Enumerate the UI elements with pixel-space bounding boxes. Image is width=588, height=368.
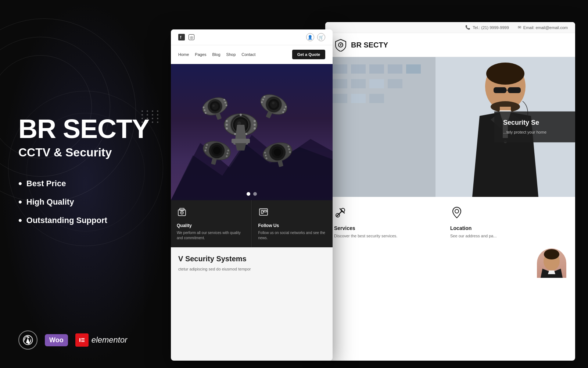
svg-rect-4 [81, 341, 85, 342]
svg-rect-95 [333, 94, 347, 103]
card-quality-title: Quality [177, 223, 245, 228]
nav-links: Home Pages Blog Shop Contact [178, 52, 255, 57]
svg-rect-75 [180, 208, 184, 210]
feature-item-3: Outstanding Support [18, 215, 153, 226]
svg-rect-93 [369, 79, 384, 88]
phone-info: 📞 Tel.: (21) 9999-9999 [465, 25, 509, 30]
nav-shop[interactable]: Shop [226, 52, 236, 57]
svg-rect-97 [369, 94, 384, 103]
preview-card-follow: Follow Us Follow us on social networks a… [252, 200, 333, 247]
nav-blog[interactable]: Blog [212, 52, 220, 57]
services-icon [334, 206, 444, 222]
email-text: Email: email@email.com [523, 25, 568, 30]
service-card-location: Location See our address and pa... [450, 206, 566, 245]
svg-rect-88 [369, 64, 384, 74]
svg-text:f: f [180, 35, 182, 39]
svg-rect-85 [325, 57, 435, 197]
svg-rect-80 [264, 210, 267, 212]
email-icon: ✉ [518, 25, 521, 30]
preview-cards: Quality We perform all our services with… [171, 200, 333, 247]
left-panel: BR SECTY CCTV & Security Best Price High… [0, 0, 171, 368]
right-topbar: 📞 Tel.: (21) 9999-9999 ✉ Email: email@em… [325, 22, 575, 33]
elementor-logo: elementor [75, 333, 128, 347]
section-text: ctetur adipiscing sed do eiusmod tempor [178, 266, 325, 272]
preview-bottom: V Security Systems ctetur adipiscing sed… [171, 247, 333, 280]
dots-decoration [141, 110, 160, 123]
services-desc: Discover the best security services. [334, 233, 444, 239]
svg-point-77 [182, 212, 183, 213]
service-card-services: Services Discover the best security serv… [334, 206, 450, 245]
svg-point-12 [237, 121, 241, 125]
website-preview-left: f ◎ 👤 🛒 Home Pages Blog Shop Contact [171, 29, 333, 361]
svg-rect-86 [333, 64, 347, 74]
svg-rect-102 [508, 87, 521, 93]
right-hero: Security Se ...tely protect your home [325, 57, 575, 197]
right-bottom [325, 245, 575, 282]
preview-nav: Home Pages Blog Shop Contact Get a Quote [171, 45, 333, 64]
preview-card-quality: Quality We perform all our services with… [171, 200, 252, 247]
slide-dots [247, 192, 257, 196]
preview-topbar: f ◎ 👤 🛒 [171, 29, 333, 45]
svg-rect-79 [261, 210, 263, 213]
nav-home[interactable]: Home [178, 52, 189, 57]
dot-2[interactable] [253, 192, 257, 196]
elementor-text: elementor [92, 335, 128, 345]
facebook-icon[interactable]: f [178, 34, 185, 40]
cctv-cameras-svg [189, 84, 314, 180]
right-service-cards: Services Discover the best security serv… [325, 197, 575, 245]
svg-rect-2 [81, 338, 85, 339]
svg-rect-3 [81, 340, 85, 340]
instagram-icon[interactable]: ◎ [189, 34, 194, 40]
right-nav: BR SECTY [325, 33, 575, 57]
right-area: f ◎ 👤 🛒 Home Pages Blog Shop Contact [171, 0, 588, 368]
svg-rect-101 [494, 87, 506, 93]
preview-hero [171, 64, 333, 200]
svg-point-13 [254, 120, 256, 122]
user-icon[interactable]: 👤 [306, 33, 314, 41]
svg-point-113 [455, 209, 459, 213]
location-desc: See our address and pa... [450, 233, 560, 239]
svg-point-15 [254, 127, 256, 130]
services-title: Services [334, 225, 444, 231]
right-hero-overlay: Security Se ...tely protect your home [494, 112, 575, 142]
svg-point-115 [544, 249, 559, 259]
brand-name-right: BR SECTY [351, 41, 388, 49]
svg-rect-72 [232, 139, 250, 143]
svg-point-100 [486, 63, 524, 85]
svg-rect-96 [351, 94, 366, 103]
svg-marker-116 [548, 270, 555, 274]
location-icon [450, 206, 560, 222]
svg-rect-91 [333, 79, 347, 88]
svg-rect-59 [211, 158, 217, 165]
user-cart: 👤 🛒 [306, 33, 325, 41]
follow-icon [258, 207, 327, 219]
svg-point-17 [226, 124, 228, 126]
nav-pages[interactable]: Pages [195, 52, 206, 57]
svg-rect-70 [277, 160, 283, 167]
brand-logo-right: BR SECTY [334, 38, 388, 52]
quality-icon [177, 207, 245, 219]
svg-point-16 [226, 120, 228, 122]
nav-contact[interactable]: Contact [241, 52, 255, 57]
phone-text: Tel.: (21) 9999-9999 [473, 25, 509, 30]
card-quality-desc: We perform all our services with quality… [177, 230, 245, 241]
nav-cta-button[interactable]: Get a Quote [292, 50, 325, 59]
elementor-icon [75, 333, 89, 347]
social-icons: f ◎ [178, 34, 194, 40]
shield-logo-icon [334, 38, 347, 52]
dot-1[interactable] [247, 192, 250, 196]
section-title: V Security Systems [178, 255, 325, 263]
hero-sub: ...tely protect your home [503, 130, 566, 135]
bottom-logos: Woo elementor [18, 319, 153, 350]
card-follow-title: Follow Us [258, 223, 327, 228]
svg-point-14 [254, 124, 256, 126]
website-preview-right: 📞 Tel.: (21) 9999-9999 ✉ Email: email@em… [325, 22, 575, 361]
wordpress-logo [18, 330, 37, 350]
svg-rect-87 [351, 64, 366, 74]
svg-rect-89 [388, 64, 402, 74]
cart-icon[interactable]: 🛒 [317, 33, 325, 41]
svg-point-83 [340, 44, 341, 46]
svg-rect-94 [388, 79, 402, 88]
email-info: ✉ Email: email@email.com [518, 25, 568, 30]
svg-point-20 [240, 114, 242, 116]
